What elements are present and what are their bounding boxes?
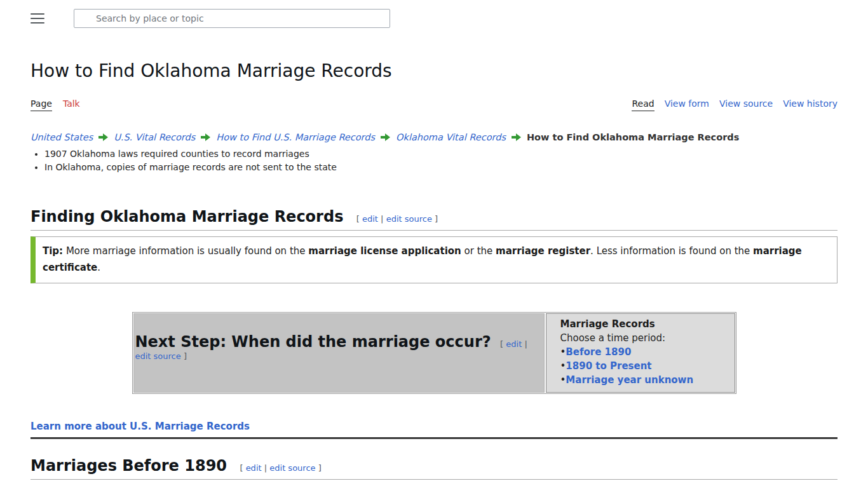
link-before-1890[interactable]: Before 1890 [566, 346, 631, 358]
marriage-records-box: Marriage Records Choose a time period: •… [546, 313, 735, 393]
tip-callout: Tip: More marriage information is usuall… [31, 236, 837, 283]
edit-source-link[interactable]: edit source [269, 463, 315, 473]
breadcrumb-link-oklahoma-vital-records[interactable]: Oklahoma Vital Records [396, 132, 506, 142]
page-title: How to Find Oklahoma Marriage Records [31, 60, 837, 81]
next-step-section: Next Step: When did the marriage occur? … [31, 312, 837, 394]
list-item: In Oklahoma, copies of marriage records … [44, 162, 837, 172]
edit-source-link[interactable]: edit source [135, 351, 181, 361]
section-heading-before-1890: Marriages Before 1890 [ edit | edit sour… [31, 457, 837, 480]
arrow-right-icon [201, 133, 210, 141]
breadcrumb-link-united-states[interactable]: United States [31, 132, 93, 142]
breadcrumb-current-page: How to Find Oklahoma Marriage Records [527, 132, 739, 142]
breadcrumb-link-us-marriage-records[interactable]: How to Find U.S. Marriage Records [216, 132, 375, 142]
section-divider [31, 437, 837, 439]
search-input[interactable] [74, 9, 390, 28]
next-step-table: Next Step: When did the marriage occur? … [132, 312, 736, 394]
edit-links: [ edit | edit source ] [240, 463, 321, 473]
tip-label: Tip: [43, 245, 63, 257]
tab-view-form[interactable]: View form [665, 98, 709, 111]
edit-links: [ edit | edit source ] [356, 214, 438, 224]
namespace-tabs: Page Talk [31, 98, 80, 111]
arrow-right-icon [381, 133, 390, 141]
tabs-row: Page Talk Read View form View source Vie… [31, 98, 837, 111]
time-period-option: •1890 to Present [560, 359, 728, 373]
learn-more-link[interactable]: Learn more about U.S. Marriage Records [31, 421, 250, 432]
next-step-heading: Next Step: When did the marriage occur? [135, 333, 491, 351]
next-step-header-cell: Next Step: When did the marriage occur? … [133, 313, 545, 393]
top-bar [0, 0, 868, 29]
breadcrumb: United States U.S. Vital Records How to … [31, 132, 837, 142]
tab-view-source[interactable]: View source [719, 98, 773, 111]
arrow-right-icon [512, 133, 521, 141]
section-heading-finding: Finding Oklahoma Marriage Records [ edit… [31, 208, 837, 231]
section-heading-text: Finding Oklahoma Marriage Records [31, 208, 343, 226]
list-item: 1907 Oklahoma laws required counties to … [44, 149, 837, 159]
breadcrumb-link-us-vital-records[interactable]: U.S. Vital Records [114, 132, 195, 142]
box-subtitle: Choose a time period: [560, 331, 728, 345]
arrow-right-icon [98, 133, 108, 141]
edit-source-link[interactable]: edit source [386, 214, 432, 224]
view-tabs: Read View form View source View history [632, 98, 837, 111]
tab-read[interactable]: Read [632, 98, 654, 111]
time-period-option: •Marriage year unknown [560, 373, 728, 387]
time-period-option: •Before 1890 [560, 345, 728, 359]
edit-link[interactable]: edit [506, 339, 522, 349]
edit-link[interactable]: edit [246, 463, 262, 473]
box-title: Marriage Records [560, 317, 728, 331]
edit-link[interactable]: edit [362, 214, 378, 224]
hamburger-menu-icon[interactable] [31, 13, 44, 24]
link-marriage-year-unknown[interactable]: Marriage year unknown [566, 374, 693, 386]
tab-talk[interactable]: Talk [63, 98, 80, 111]
section-heading-text: Marriages Before 1890 [31, 457, 227, 475]
tab-view-history[interactable]: View history [783, 98, 837, 111]
link-1890-to-present[interactable]: 1890 to Present [566, 360, 651, 372]
tab-page[interactable]: Page [31, 98, 52, 111]
page-content: How to Find Oklahoma Marriage Records Pa… [31, 60, 837, 488]
intro-bullet-list: 1907 Oklahoma laws required counties to … [31, 149, 837, 172]
